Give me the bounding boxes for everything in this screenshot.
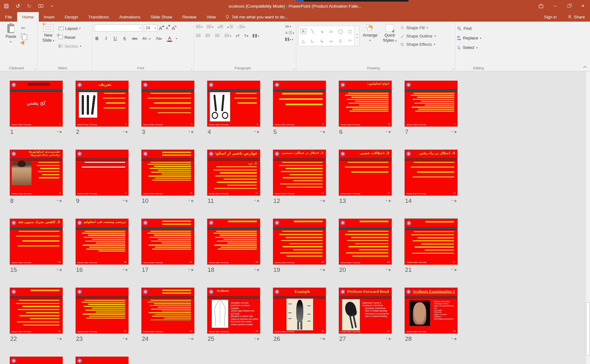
slide-thumbnail-6[interactable]: ✳انواع اسكوليوز:Hazara State University6 <box>339 80 392 127</box>
slide-thumbnail-30[interactable]: ✳ <box>75 356 129 364</box>
customize-qat-arrow[interactable]: ▾ <box>49 3 55 9</box>
save-icon[interactable] <box>3 3 10 9</box>
paragraph-dialog-launcher[interactable]: ⌟ <box>293 67 295 70</box>
animation-indicator-icon[interactable]: ✦★ <box>451 268 457 272</box>
animation-indicator-icon[interactable]: ✦★ <box>57 199 62 203</box>
strikethrough-button[interactable]: abc <box>131 37 139 40</box>
slide-thumbnail-4[interactable]: ✳Hazara State University4 <box>207 80 260 127</box>
animation-indicator-icon[interactable]: ✦★ <box>57 130 62 134</box>
slide-thumbnail-2[interactable]: ✳تعريفHazara State University2 <box>75 80 129 127</box>
undo-icon[interactable]: ↺ <box>15 3 21 9</box>
format-painter-icon[interactable] <box>20 39 26 45</box>
slide-thumbnail-8[interactable]: ✳تقسيم‌بندي اسكوليوزها براساس تعداد قوس‌… <box>10 149 63 196</box>
tell-me-box[interactable]: Tell me what you want to do... <box>221 12 293 22</box>
align-center-icon[interactable] <box>205 34 210 38</box>
quick-styles-button[interactable]: QuickStyles ▾ <box>381 23 399 65</box>
justify-icon[interactable]: ▾ <box>224 34 231 38</box>
scrollbar-thumb[interactable] <box>586 302 590 356</box>
drawing-dialog-launcher[interactable]: ⌟ <box>452 67 454 70</box>
animation-indicator-icon[interactable]: ✦★ <box>57 337 62 341</box>
shape-glyph-0[interactable]: A <box>300 28 306 34</box>
left-to-right-icon[interactable]: ▸¶ <box>236 34 239 38</box>
shape-glyph-4[interactable]: ◯ <box>338 29 343 34</box>
minimize-button[interactable] <box>548 0 562 12</box>
slide-thumbnail-20[interactable]: ✳Hazara State University20 <box>339 218 392 265</box>
bold-button[interactable]: B <box>94 36 99 41</box>
underline-button[interactable]: U <box>113 36 118 41</box>
italic-button[interactable]: I <box>103 36 109 41</box>
redo-icon[interactable]: ↻ <box>26 3 32 9</box>
slide-thumbnail-19[interactable]: ✳Hazara State University19 <box>273 218 326 265</box>
sign-in-button[interactable]: Sign in <box>539 12 563 22</box>
tab-home[interactable]: Home <box>17 12 39 22</box>
shapes-gallery[interactable]: A╲↘▭◯▢△∟↳⇨⇩◠ <box>298 26 355 46</box>
animation-indicator-icon[interactable]: ✦★ <box>122 268 128 272</box>
paste-button[interactable]: Paste▾ <box>2 23 20 65</box>
select-button[interactable]: Select▾ <box>457 44 482 51</box>
clipboard-dialog-launcher[interactable]: ⌟ <box>34 67 36 70</box>
font-color-arrow[interactable]: ▾ <box>176 37 177 40</box>
columns-button[interactable]: ▾ <box>253 34 259 38</box>
animation-indicator-icon[interactable]: ✦★ <box>386 130 391 134</box>
copy-icon[interactable] <box>21 33 25 38</box>
increase-indent-icon[interactable]: ▸ <box>227 25 233 29</box>
bullets-button[interactable]: ▾ <box>196 25 202 29</box>
animation-indicator-icon[interactable]: ✦★ <box>57 268 62 272</box>
animation-indicator-icon[interactable]: ✦★ <box>188 130 194 134</box>
shape-glyph-3[interactable]: ▭ <box>329 29 333 34</box>
replace-button[interactable]: ab⤷ac Replace▾ <box>457 35 482 41</box>
font-dialog-launcher[interactable]: ⌟ <box>191 67 192 70</box>
line-spacing-button[interactable]: ↕▾ <box>237 25 245 29</box>
close-button[interactable]: × <box>576 0 590 12</box>
shape-glyph-1[interactable]: ╲ <box>311 29 314 34</box>
slide-thumbnail-13[interactable]: ✳3. اختلالات عصبيHazara State University… <box>339 149 392 196</box>
shapes-gallery-more[interactable]: ▴▾ <box>355 26 360 46</box>
shape-glyph-6[interactable]: △ <box>302 39 305 44</box>
slide-thumbnail-23[interactable]: ✳Hazara State University23 <box>75 287 129 334</box>
align-left-icon[interactable] <box>196 34 201 38</box>
slide-thumbnail-24[interactable]: ✳Hazara State University24 <box>141 287 195 334</box>
slide-thumbnail-18[interactable]: ✳Hazara State University18 <box>207 218 260 265</box>
slide-thumbnail-28[interactable]: ✳Scoliosis Examination SummaryPhysical e… <box>404 287 458 334</box>
right-to-left-icon[interactable]: ¶◂ <box>244 34 248 38</box>
tab-transitions[interactable]: Transitions <box>83 12 114 22</box>
animation-indicator-icon[interactable]: ✦★ <box>254 130 260 134</box>
animation-indicator-icon[interactable]: ✦★ <box>320 268 326 272</box>
shape-glyph-7[interactable]: ∟ <box>311 39 314 44</box>
layout-button[interactable]: Layout▾ <box>58 25 81 31</box>
shape-effects-button[interactable]: Shape Effects▾ <box>400 41 436 47</box>
start-from-beginning-icon[interactable] <box>38 3 44 9</box>
tab-insert[interactable]: Insert <box>39 12 60 22</box>
shape-glyph-9[interactable]: ⇨ <box>329 39 333 44</box>
animation-indicator-icon[interactable]: ✦★ <box>451 337 457 341</box>
reset-button[interactable]: Reset <box>58 34 81 40</box>
slide-thumbnail-7[interactable]: ✳Hazara State University7 <box>404 80 458 127</box>
animation-indicator-icon[interactable]: ✦★ <box>451 130 457 134</box>
slide-thumbnail-9[interactable]: ✳Hazara State University9 <box>75 149 129 196</box>
character-spacing-button[interactable]: AV↔▾ <box>142 37 151 40</box>
tab-animations[interactable]: Animations <box>114 12 146 22</box>
animation-indicator-icon[interactable]: ✦★ <box>188 268 194 272</box>
shape-glyph-5[interactable]: ▢ <box>348 29 352 34</box>
decrease-indent-icon[interactable]: ◂ <box>218 25 223 29</box>
animation-indicator-icon[interactable]: ✦★ <box>451 199 457 203</box>
slide-thumbnail-12[interactable]: ✳2. اختلال در عملكرد سيستم قلبي ريويHaza… <box>273 149 326 196</box>
tab-slide-show[interactable]: Slide Show <box>146 12 177 22</box>
animation-indicator-icon[interactable]: ✦★ <box>122 337 128 341</box>
shape-glyph-2[interactable]: ↘ <box>320 29 324 34</box>
collapse-ribbon-icon[interactable] <box>583 66 587 69</box>
animation-indicator-icon[interactable]: ✦★ <box>188 199 194 203</box>
find-button[interactable]: Find <box>457 25 482 32</box>
font-name-combo[interactable]: ▾ <box>94 24 142 31</box>
convert-smartart-button[interactable]: ▸▾ <box>285 38 294 41</box>
arrange-button[interactable]: Arrange▾ <box>361 23 379 65</box>
slide-thumbnail-10[interactable]: ✳Hazara State University10 <box>141 149 195 196</box>
slide-thumbnail-14[interactable]: ✳4. اختلال در راه رفتنHazara State Unive… <box>404 149 458 196</box>
ribbon-display-options-icon[interactable] <box>534 0 548 12</box>
slide-thumbnail-11[interactable]: ✳عوارض ناشي از اسكوليوز:1. دردHazara Sta… <box>207 149 260 196</box>
animation-indicator-icon[interactable]: ✦★ <box>320 199 326 203</box>
slide-thumbnail-1[interactable]: ✳كج پشتيHazara State University1 <box>10 80 63 127</box>
shape-outline-button[interactable]: Shape Outline▾ <box>400 33 436 39</box>
numbering-button[interactable]: ▾ <box>207 25 213 29</box>
section-button[interactable]: Section▾ <box>58 43 81 49</box>
